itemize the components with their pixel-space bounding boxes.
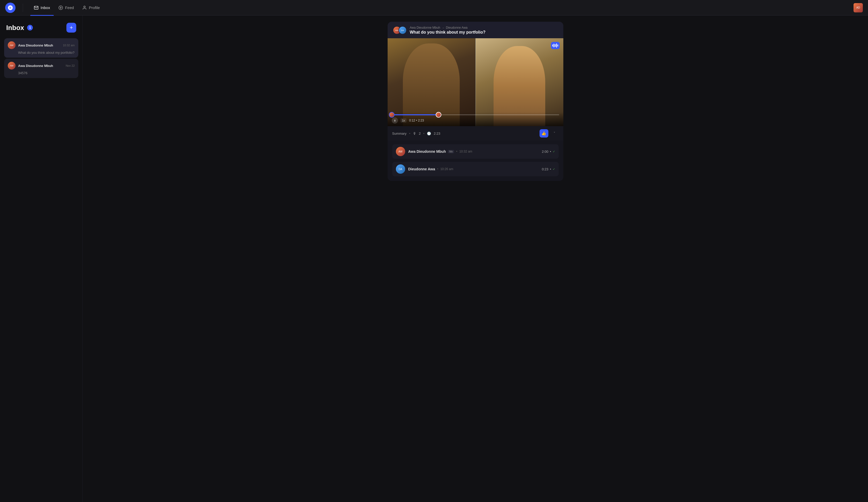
sidebar-header: Inbox 1 + bbox=[4, 23, 78, 33]
recipient-avatar-inner: DA bbox=[399, 27, 406, 34]
nav-feed-label: Feed bbox=[65, 6, 74, 10]
wave-bar-1 bbox=[552, 44, 553, 47]
nav-inbox-label: Inbox bbox=[41, 6, 50, 10]
conv-time-1: Nov 22 bbox=[66, 64, 75, 67]
conv-avatar-0: AW bbox=[8, 41, 16, 49]
summary-duration: 2:23 bbox=[434, 132, 440, 135]
conv-time-0: 10:32 am bbox=[63, 44, 75, 47]
summary-label: Summary bbox=[392, 132, 407, 135]
comment-info-1: Dieudonne Awa • 10:26 am bbox=[408, 167, 539, 171]
conv-header-1: AW Awa Dieudonne Mbuh Nov 22 bbox=[8, 62, 75, 70]
comment-item-0[interactable]: AW Awa Dieudonne Mbuh Me • 10:32 am 2:00… bbox=[392, 144, 559, 159]
video-area[interactable]: ⏸ 1x 0:12 • 2:23 bbox=[388, 38, 563, 126]
conv-avatar-inner-1: AW bbox=[8, 62, 16, 70]
user-avatar-inner: AD bbox=[854, 3, 863, 12]
conv-header-0: AW Awa Dieudonne Mbuh 10:32 am bbox=[8, 41, 75, 49]
comment-duration-0: 2:00 • ✓ bbox=[542, 150, 555, 154]
comment-time-0: 10:32 am bbox=[459, 150, 472, 153]
wave-bar-3 bbox=[555, 44, 556, 47]
inbox-title-row: Inbox 1 bbox=[6, 24, 33, 32]
nav-profile-label: Profile bbox=[89, 6, 100, 10]
svg-marker-1 bbox=[60, 7, 62, 9]
message-subject: What do you think about my portfolio? bbox=[410, 30, 558, 35]
progress-controls: ⏸ 1x 0:12 • 2:23 bbox=[392, 117, 559, 124]
comment-avatar-inner-1: DA bbox=[396, 164, 405, 174]
conv-name-0: Awa Dieudonne Mbuh bbox=[18, 43, 60, 47]
current-time: 0:12 bbox=[409, 119, 415, 122]
comment-info-0: Awa Dieudonne Mbuh Me • 10:32 am bbox=[408, 150, 539, 154]
speed-button[interactable]: 1x bbox=[401, 119, 407, 123]
summary-actions: 👍 ˅ bbox=[539, 129, 559, 137]
summary-left: Summary • 🎙 2 • 🕐 2:23 bbox=[392, 132, 440, 135]
comment-name-row-1: Dieudonne Awa • 10:26 am bbox=[408, 167, 539, 171]
wave-bar-5 bbox=[557, 44, 558, 47]
nav-item-inbox[interactable]: Inbox bbox=[30, 3, 54, 12]
summary-row: Summary • 🎙 2 • 🕐 2:23 👍 ˅ bbox=[388, 126, 563, 141]
comment-duration-value-0: 2:00 bbox=[542, 150, 548, 154]
comment-time-1: 10:26 am bbox=[440, 167, 453, 171]
conversation-list: AW Awa Dieudonne Mbuh 10:32 am What do y… bbox=[4, 38, 78, 78]
comment-name-1: Dieudonne Awa bbox=[408, 167, 435, 171]
header-text: Awa Dieudonne Mbuh → Dieudonne Awa What … bbox=[410, 26, 558, 35]
expand-button[interactable]: ˅ bbox=[550, 129, 559, 137]
summary-separator-1: • bbox=[409, 132, 410, 135]
conv-avatar-inner-0: AW bbox=[8, 41, 16, 49]
comment-duration-1: 0:23 • ✓ bbox=[542, 167, 555, 171]
clock-icon: 🕐 bbox=[427, 132, 431, 135]
comment-name-row-0: Awa Dieudonne Mbuh Me • 10:32 am bbox=[408, 150, 539, 154]
message-card: AW DA Awa Dieudonne Mbuh → Dieudonne Awa… bbox=[388, 22, 563, 181]
conversation-item-1[interactable]: AW Awa Dieudonne Mbuh Nov 22 34576 bbox=[4, 59, 78, 78]
main-layout: Inbox 1 + AW Awa Dieudonne Mbuh 10:32 am… bbox=[0, 16, 868, 502]
conv-name-1: Awa Dieudonne Mbuh bbox=[18, 64, 63, 68]
add-conversation-button[interactable]: + bbox=[66, 23, 76, 33]
comment-avatar-inner-0: AW bbox=[396, 147, 405, 156]
speakers-count: 2 bbox=[419, 132, 421, 135]
comment-duration-value-1: 0:23 bbox=[542, 167, 548, 171]
user-avatar[interactable]: AD bbox=[854, 3, 863, 12]
summary-separator-2: • bbox=[423, 132, 425, 135]
pause-button[interactable]: ⏸ bbox=[392, 117, 398, 124]
wave-bar-2 bbox=[554, 44, 554, 47]
video-progress-area: ⏸ 1x 0:12 • 2:23 bbox=[388, 112, 563, 126]
like-icon: 👍 bbox=[541, 131, 546, 136]
nav-items: Inbox Feed Profile bbox=[30, 3, 847, 12]
pause-icon: ⏸ bbox=[394, 119, 396, 122]
inbox-title: Inbox bbox=[6, 24, 24, 32]
progress-avatar-left bbox=[389, 112, 395, 117]
expand-icon: ˅ bbox=[554, 131, 555, 135]
comment-sep-1: • bbox=[550, 167, 551, 171]
recipient-avatar: DA bbox=[399, 26, 407, 34]
comment-avatar-1: DA bbox=[396, 164, 405, 174]
wave-bar-4 bbox=[556, 43, 557, 48]
message-route: Awa Dieudonne Mbuh → Dieudonne Awa bbox=[410, 26, 558, 30]
nav-divider bbox=[23, 4, 23, 12]
comment-avatar-0: AW bbox=[396, 147, 405, 156]
comment-item-1[interactable]: DA Dieudonne Awa • 10:26 am 0:23 • ✓ bbox=[392, 162, 559, 176]
progress-bar-track[interactable] bbox=[392, 114, 559, 115]
conv-avatar-1: AW bbox=[8, 62, 16, 70]
nav-item-feed[interactable]: Feed bbox=[55, 3, 78, 12]
comment-dot-0: • bbox=[456, 150, 457, 153]
check-icon-1: ✓ bbox=[553, 167, 555, 171]
comment-sep-0: • bbox=[550, 150, 551, 154]
comment-me-badge-0: Me bbox=[448, 150, 454, 153]
comments-section: AW Awa Dieudonne Mbuh Me • 10:32 am 2:00… bbox=[388, 141, 563, 181]
to-name: Dieudonne Awa bbox=[446, 26, 467, 30]
logo-button[interactable] bbox=[5, 3, 16, 13]
speakers-icon: 🎙 bbox=[413, 132, 416, 135]
topnav: Inbox Feed Profile AD bbox=[0, 0, 868, 16]
inbox-badge: 1 bbox=[27, 25, 33, 31]
total-time: 2:23 bbox=[418, 119, 424, 122]
audio-waves-icon bbox=[551, 42, 560, 49]
nav-item-profile[interactable]: Profile bbox=[79, 3, 104, 12]
conversation-item-0[interactable]: AW Awa Dieudonne Mbuh 10:32 am What do y… bbox=[4, 38, 78, 58]
svg-point-2 bbox=[84, 6, 85, 8]
check-icon-0: ✓ bbox=[553, 150, 555, 153]
like-button[interactable]: 👍 bbox=[539, 129, 548, 137]
sidebar: Inbox 1 + AW Awa Dieudonne Mbuh 10:32 am… bbox=[0, 16, 83, 502]
content-area: AW DA Awa Dieudonne Mbuh → Dieudonne Awa… bbox=[83, 16, 868, 502]
time-display: 0:12 • 2:23 bbox=[409, 119, 424, 122]
conv-preview-0: What do you think about my portfolio? bbox=[8, 51, 75, 54]
header-avatars: AW DA bbox=[393, 26, 407, 34]
progress-avatar-right bbox=[436, 112, 441, 117]
